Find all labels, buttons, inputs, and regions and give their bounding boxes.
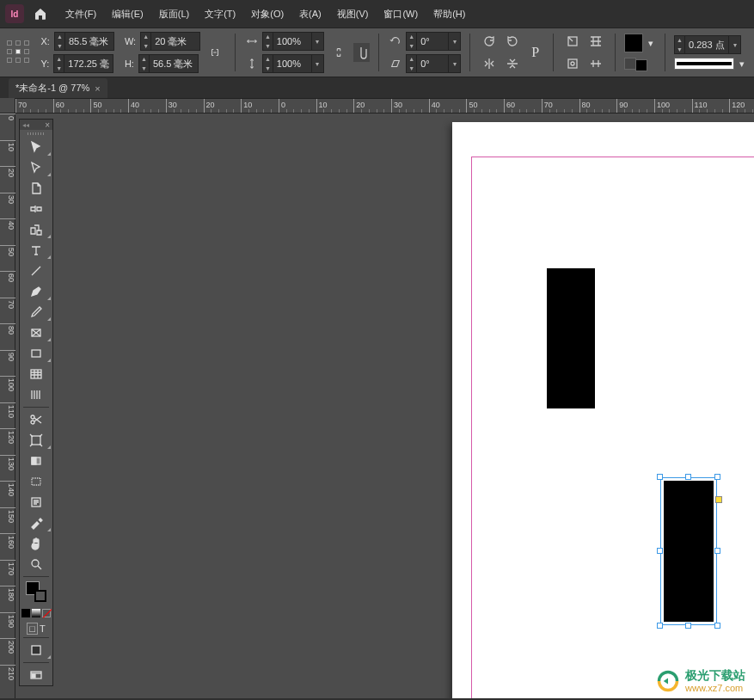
home-icon[interactable]	[31, 4, 50, 23]
selection-frame	[660, 477, 717, 625]
svg-rect-10	[32, 457, 36, 464]
tab-close-icon[interactable]: ×	[95, 83, 100, 94]
selection-handle-se[interactable]	[714, 623, 720, 629]
pencil-tool[interactable]	[20, 302, 52, 322]
selection-handle-w[interactable]	[657, 548, 663, 554]
eyedropper-tool[interactable]	[20, 513, 52, 533]
screen-mode-toggle[interactable]	[20, 665, 52, 685]
scale-x-input[interactable]: ▲▼ ▾	[262, 32, 324, 51]
workspace: 0102030405060708090100110120130140150160…	[0, 114, 754, 698]
svg-rect-16	[32, 674, 35, 678]
selection-handle-s[interactable]	[685, 623, 691, 629]
rotate-cw-icon[interactable]	[479, 32, 500, 51]
menu-edit[interactable]: 编辑(E)	[105, 4, 150, 24]
document-tab[interactable]: *未命名-1 @ 77% ×	[9, 78, 107, 98]
apply-color-row[interactable]	[20, 605, 52, 622]
menu-file[interactable]: 文件(F)	[58, 4, 103, 24]
select-content-icon[interactable]	[562, 54, 583, 73]
fill-dropdown[interactable]: ▾	[646, 38, 656, 49]
black-rectangle-1[interactable]	[547, 268, 595, 408]
panel-close-icon[interactable]: ×	[45, 120, 50, 130]
selection-handle-sw[interactable]	[657, 623, 663, 629]
pen-tool[interactable]	[20, 281, 52, 302]
constrain-scale-icon[interactable]	[331, 45, 346, 60]
fill-swap-1[interactable]	[624, 58, 636, 70]
rectangle-tool[interactable]	[20, 343, 52, 364]
rectangle-frame-tool[interactable]	[20, 322, 52, 343]
note-tool[interactable]	[20, 492, 52, 513]
type-tool[interactable]	[20, 240, 52, 261]
distribute-icon[interactable]	[585, 54, 606, 73]
menu-help[interactable]: 帮助(H)	[426, 4, 472, 24]
ruler-corner[interactable]	[0, 98, 15, 114]
line-tool[interactable]	[20, 261, 52, 281]
stroke-style[interactable]	[674, 58, 734, 70]
ruler-horizontal[interactable]: 7060504030201001020304050607080901001101…	[15, 98, 754, 114]
svg-rect-4	[32, 350, 40, 357]
reference-point-grid[interactable]	[7, 40, 31, 64]
format-container-toggle[interactable]: □T	[20, 622, 52, 636]
menu-layout[interactable]: 版面(L)	[152, 4, 196, 24]
watermark-line2: www.xz7.com	[685, 683, 745, 693]
y-input[interactable]: ▲▼	[53, 54, 113, 73]
w-label: W:	[125, 36, 136, 46]
flip-h-icon[interactable]	[479, 54, 500, 73]
selection-handle-ne[interactable]	[714, 474, 720, 480]
menu-text[interactable]: 文字(T)	[198, 4, 242, 24]
selection-handle-nw[interactable]	[657, 474, 663, 480]
panel-handle[interactable]: ◂◂×	[20, 120, 52, 130]
direct-selection-tool[interactable]	[20, 157, 52, 178]
control-bar: X: ▲▼ Y: ▲▼ W: ▲▼ H: ▲▼	[0, 28, 754, 77]
scale-y-input[interactable]: ▲▼ ▾	[262, 54, 324, 73]
menubar: Id 文件(F) 编辑(E) 版面(L) 文字(T) 对象(O) 表(A) 视图…	[0, 0, 754, 28]
gradient-feather-tool[interactable]	[20, 471, 52, 492]
watermark-logo-icon	[656, 669, 680, 693]
table-tool[interactable]	[20, 364, 52, 384]
content-collector-tool[interactable]	[20, 219, 52, 240]
attach-icon[interactable]	[353, 43, 371, 62]
fill-stroke-toggle[interactable]	[20, 579, 52, 605]
selection-tool[interactable]	[20, 137, 52, 157]
menu-object[interactable]: 对象(O)	[244, 4, 291, 24]
svg-point-7	[31, 421, 34, 424]
black-rectangle-2-selected[interactable]	[660, 477, 717, 625]
svg-rect-5	[31, 370, 41, 378]
stroke-style-dropdown[interactable]: ▾	[737, 58, 747, 70]
shear-input[interactable]: ▲▼ ▾	[406, 54, 461, 73]
selection-handle-e[interactable]	[714, 548, 720, 554]
page-tool[interactable]	[20, 178, 52, 199]
fill-swatch[interactable]	[624, 34, 643, 52]
scale-x-icon	[244, 34, 260, 49]
svg-rect-8	[32, 436, 40, 445]
menu-view[interactable]: 视图(V)	[330, 4, 376, 24]
scissors-tool[interactable]	[20, 409, 52, 430]
selection-handle-n[interactable]	[685, 474, 691, 480]
x-input[interactable]: ▲▼	[54, 32, 114, 51]
rotate-input[interactable]: ▲▼ ▾	[406, 32, 461, 51]
menu-table[interactable]: 表(A)	[292, 4, 328, 24]
select-container-icon[interactable]	[562, 32, 583, 51]
hand-tool[interactable]	[20, 533, 52, 554]
constrain-wh-icon[interactable]	[207, 45, 223, 60]
gradient-swatch-tool[interactable]	[20, 451, 52, 471]
flip-v-icon[interactable]	[502, 54, 523, 73]
panel-grip[interactable]	[20, 130, 52, 137]
fill-swap-2[interactable]	[635, 59, 647, 71]
svg-rect-14	[32, 646, 40, 654]
para-style-label: P	[531, 45, 539, 60]
ruler-vertical[interactable]: 0102030405060708090100110120130140150160…	[0, 114, 15, 698]
zoom-tool[interactable]	[20, 554, 52, 574]
app-icon: Id	[5, 4, 24, 23]
h-input[interactable]: ▲▼	[138, 54, 199, 73]
columns-tool[interactable]	[20, 384, 52, 405]
menu-window[interactable]: 窗口(W)	[377, 4, 425, 24]
stroke-weight-input[interactable]: ▲▼ ▾	[674, 35, 741, 54]
gap-tool[interactable]	[20, 199, 52, 219]
canvas[interactable]: 极光下载站 www.xz7.com	[15, 114, 754, 698]
w-input[interactable]: ▲▼	[140, 32, 200, 51]
selection-ref-handle[interactable]	[715, 496, 722, 503]
free-transform-tool[interactable]	[20, 430, 52, 451]
align-icon[interactable]	[585, 32, 606, 51]
view-mode-toggle[interactable]	[20, 640, 52, 660]
rotate-ccw-icon[interactable]	[502, 32, 523, 51]
